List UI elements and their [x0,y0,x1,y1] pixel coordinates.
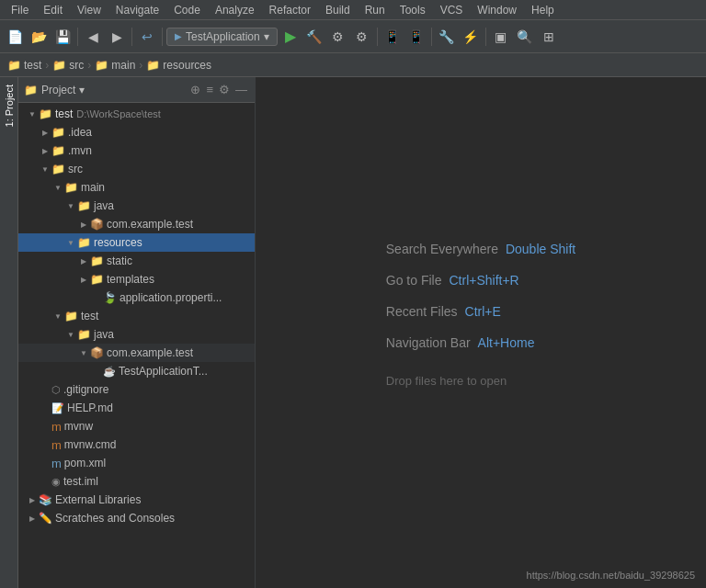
project-panel-tab[interactable]: 1: Project [2,81,17,130]
tree-item-gitignore[interactable]: ⬡ .gitignore [18,380,255,399]
tree-item-test-app[interactable]: ☕ TestApplicationT... [18,362,255,380]
arrow-idea[interactable] [39,129,51,137]
folder-icon-pkg2: 📦 [90,346,104,359]
arrow-java-test[interactable] [64,331,77,339]
arrow-mvn[interactable] [39,147,51,155]
breadcrumb-item-resources[interactable]: 📁 resources [146,59,211,72]
menu-analyze[interactable]: Analyze [208,2,262,18]
breadcrumb-label-main: main [111,59,135,72]
menu-refactor[interactable]: Refactor [262,2,318,18]
run-button[interactable]: ▶ [279,26,302,48]
menu-edit[interactable]: Edit [36,2,70,18]
tree-item-src[interactable]: 📁 src [18,160,255,178]
tree-item-test-root[interactable]: 📁 test D:\WorkSpace\test [18,105,255,123]
ext-libs-icon: 📚 [39,493,52,506]
tree-item-idea[interactable]: 📁 .idea [18,123,255,141]
add-content-button[interactable]: ⊕ [188,81,202,98]
menu-file[interactable]: File [4,2,36,18]
shortcut-key-goto: Ctrl+Shift+R [449,273,518,288]
tree-item-static[interactable]: 📁 static [18,252,255,270]
folder-icon-resources: 📁 [77,236,91,249]
breadcrumb: 📁 test › 📁 src › 📁 main › 📁 resources [0,53,706,77]
menu-tools[interactable]: Tools [393,2,433,18]
profile-button[interactable]: ⚙ [351,26,373,48]
project-dropdown-arrow[interactable]: ▾ [79,84,85,96]
arrow-templates[interactable] [77,276,90,284]
tree-label-mvn: .mvn [68,144,92,157]
device2-button[interactable]: 📱 [405,26,427,48]
arrow-resources[interactable] [64,239,77,247]
menu-code[interactable]: Code [166,2,208,18]
new-file-button[interactable]: 📄 [4,26,26,48]
folder-icon-pkg: 📦 [90,218,104,231]
undo-button[interactable]: ↩ [136,26,158,48]
bottom-url: https://blog.csdn.net/baidu_39298625 [527,570,695,581]
build-button[interactable]: 🔨 [303,26,325,48]
tree-item-mvnw-cmd[interactable]: m mvnw.cmd [18,435,255,454]
open-button[interactable]: 📂 [28,26,50,48]
tree-item-test-dir[interactable]: 📁 test [18,307,255,325]
menu-navigate[interactable]: Navigate [108,2,166,18]
tree-label-app-props: application.properti... [120,291,222,304]
tree-item-help-md[interactable]: 📝 HELP.md [18,399,255,417]
tree-item-external-libraries[interactable]: 📚 External Libraries [18,491,255,509]
breadcrumb-label-test: test [24,59,41,72]
menu-vcs[interactable]: VCS [433,2,471,18]
settings-gear-button[interactable]: ⚙ [217,81,232,98]
tree-item-com-example-test[interactable]: 📦 com.example.test [18,215,255,233]
arrow-src[interactable] [39,165,51,174]
menu-view[interactable]: View [70,2,108,18]
sync-button[interactable]: ⚡ [460,26,482,48]
arrow-com-example[interactable] [77,220,90,229]
arrow-scratches[interactable] [26,514,39,523]
back-button[interactable]: ◀ [82,26,104,48]
tree-item-pom-xml[interactable]: m pom.xml [18,454,255,472]
breadcrumb-item-main[interactable]: 📁 main [95,59,135,72]
coverage-button[interactable]: ⚙ [327,26,349,48]
breadcrumb-item-src[interactable]: 📁 src [52,59,84,72]
tree-label-static: static [107,254,132,267]
arrow-test-root[interactable] [26,110,39,119]
tree-item-com-example-test2[interactable]: 📦 com.example.test [18,344,255,362]
collapse-button[interactable]: ≡ [204,81,215,98]
arrow-test-dir[interactable] [51,312,64,321]
tree-item-scratches[interactable]: ✏️ Scratches and Consoles [18,509,255,527]
tree-label-test-app: TestApplicationT... [119,365,208,378]
breadcrumb-item-test[interactable]: 📁 test [7,59,41,72]
folder-icon-static: 📁 [90,254,104,267]
layout-button[interactable]: ⊞ [538,26,560,48]
search-button[interactable]: 🔍 [514,26,536,48]
tree-item-mvn[interactable]: 📁 .mvn [18,141,255,160]
arrow-static[interactable] [77,257,90,266]
menu-run[interactable]: Run [358,2,393,18]
run-config-dropdown[interactable]: ▶ TestApplication ▾ [166,28,278,46]
settings-button[interactable]: 🔧 [436,26,458,48]
tree-item-resources[interactable]: 📁 resources [18,233,255,252]
project-title-label: Project [41,84,75,96]
tree-item-application-properties[interactable]: 🍃 application.properti... [18,288,255,307]
tree-item-mvnw[interactable]: m mvnw [18,417,255,435]
save-button[interactable]: 💾 [51,26,74,48]
arrow-external-libs[interactable] [26,496,39,504]
menu-window[interactable]: Window [470,2,524,18]
folder-icon-test-dir: 📁 [64,310,78,322]
arrow-java[interactable] [64,202,77,210]
close-panel-button[interactable]: — [233,81,249,98]
menu-help[interactable]: Help [524,2,562,18]
arrow-main[interactable] [51,184,64,192]
tree-item-test-iml[interactable]: ◉ test.iml [18,472,255,491]
tree-item-java-test[interactable]: 📁 java [18,325,255,344]
breadcrumb-label-src: src [69,59,84,72]
menu-build[interactable]: Build [318,2,358,18]
arrow-com-example2[interactable] [77,349,90,357]
menu-bar: File Edit View Navigate Code Analyze Ref… [0,0,706,20]
tree-item-java[interactable]: 📁 java [18,197,255,215]
tree-label-mvnw: mvnw [64,420,93,433]
terminal-button[interactable]: ▣ [490,26,512,48]
forward-button[interactable]: ▶ [106,26,128,48]
tree-item-templates[interactable]: 📁 templates [18,270,255,288]
tree-item-main[interactable]: 📁 main [18,178,255,197]
mvnw-cmd-icon: m [51,438,62,452]
main-content: Search Everywhere Double Shift Go to Fil… [256,77,706,588]
device-button[interactable]: 📱 [381,26,404,48]
